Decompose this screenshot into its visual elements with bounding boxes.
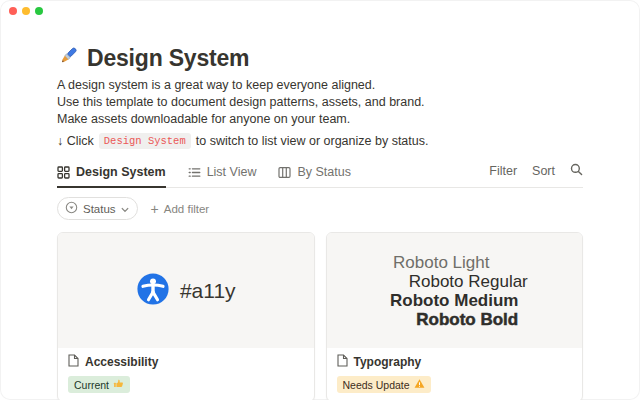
font-specimen: Roboto Light Roboto Regular Roboto Mediu…: [390, 253, 518, 329]
chevron-down-icon: [121, 203, 129, 215]
tab-label: By Status: [297, 165, 351, 179]
list-view-icon: [188, 166, 201, 179]
zoom-window-button[interactable]: [35, 7, 43, 15]
sort-button[interactable]: Sort: [532, 164, 555, 178]
hint-line: ↓ ClickDesign Systemto switch to list vi…: [57, 133, 583, 149]
hint-prefix: ↓ Click: [57, 134, 94, 148]
card-title: Typography: [354, 355, 422, 369]
inline-code-chip: Design System: [99, 133, 191, 149]
badge-label: Needs Update: [343, 379, 410, 391]
window-controls: [9, 7, 43, 15]
page-description: A design system is a great way to keep e…: [57, 77, 583, 128]
card-accessibility[interactable]: #a11y Accessibility Curr: [57, 232, 315, 400]
paintbrush-icon: [57, 46, 78, 71]
tab-label: List View: [207, 165, 257, 179]
page-doc-icon: [337, 354, 348, 370]
card-body: Typography Needs Update: [327, 348, 583, 400]
gallery-view-icon: [57, 166, 70, 179]
description-line: A design system is a great way to keep e…: [57, 77, 583, 94]
specimen-line: Roboto Medium: [390, 291, 518, 310]
accessibility-icon: [136, 272, 170, 310]
status-property-icon: [65, 201, 78, 216]
add-filter-label: Add filter: [164, 203, 209, 215]
tab-by-status[interactable]: By Status: [278, 165, 351, 188]
gallery-grid: #a11y Accessibility Curr: [57, 232, 583, 400]
badge-label: Current: [74, 379, 109, 391]
search-icon[interactable]: [570, 163, 583, 179]
hint-suffix: to switch to list view or organize by st…: [196, 134, 429, 148]
status-filter-chip[interactable]: Status: [57, 197, 138, 220]
view-controls: Filter Sort: [489, 163, 583, 187]
warning-icon: [414, 378, 425, 391]
page-title: Design System: [87, 45, 249, 72]
status-badge: Needs Update: [337, 376, 431, 393]
description-line: Make assets downloadable for anyone on y…: [57, 111, 583, 128]
filter-bar: Status + Add filter: [57, 197, 583, 220]
tab-design-system[interactable]: Design System: [57, 165, 166, 188]
status-chip-label: Status: [83, 203, 116, 215]
card-title-row: Accessibility: [68, 354, 304, 370]
page-doc-icon: [68, 354, 79, 370]
card-cover: #a11y: [58, 233, 314, 348]
specimen-line: Roboto Light: [393, 253, 489, 272]
minimize-window-button[interactable]: [22, 7, 30, 15]
card-title-row: Typography: [337, 354, 573, 370]
card-typography[interactable]: Roboto Light Roboto Regular Roboto Mediu…: [326, 232, 584, 400]
tab-label: Design System: [76, 165, 166, 179]
view-tab-bar: Design System List View: [57, 163, 583, 188]
description-line: Use this template to document design pat…: [57, 94, 583, 111]
add-filter-button[interactable]: + Add filter: [151, 203, 210, 215]
board-view-icon: [278, 166, 291, 179]
plus-icon: +: [151, 204, 159, 214]
card-title: Accessibility: [85, 355, 158, 369]
specimen-line: Roboto Regular: [409, 272, 528, 291]
close-window-button[interactable]: [9, 7, 17, 15]
app-window: Design System A design system is a great…: [0, 0, 640, 400]
status-badge: Current: [68, 376, 130, 393]
page-header: Design System: [57, 45, 583, 71]
card-body: Accessibility Current: [58, 348, 314, 400]
tab-list-view[interactable]: List View: [188, 165, 257, 188]
filter-button[interactable]: Filter: [489, 164, 517, 178]
card-cover: Roboto Light Roboto Regular Roboto Mediu…: [327, 233, 583, 348]
cover-text: #a11y: [180, 279, 236, 303]
page-content: Design System A design system is a great…: [0, 0, 640, 400]
thumbs-up-icon: [113, 378, 124, 391]
specimen-line: Roboto Bold: [416, 310, 518, 329]
